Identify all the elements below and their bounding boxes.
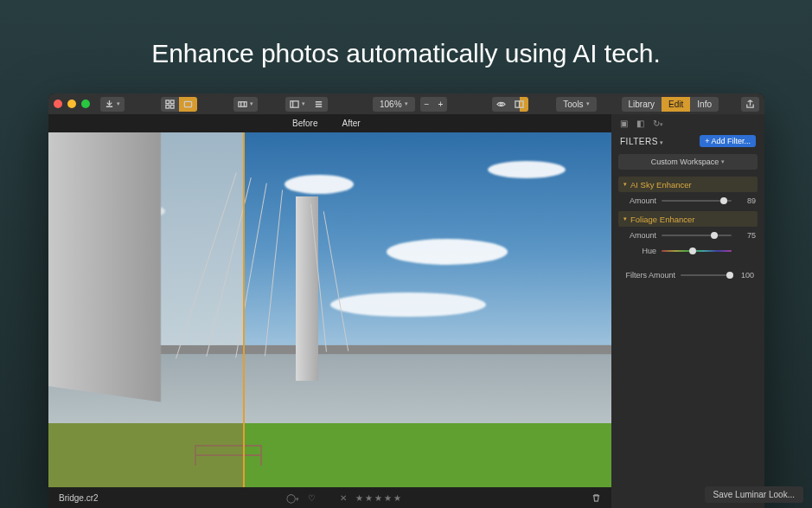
slider-label: Hue	[620, 247, 656, 255]
workspace-selector[interactable]: Custom Workspace ▾	[618, 154, 758, 170]
filter-header[interactable]: ▾ Foliage Enhancer	[618, 211, 758, 227]
slider-amount: Amount 89	[618, 192, 758, 208]
layers-tab-icon[interactable]: ◧	[636, 119, 644, 128]
chevron-down-icon: ▾	[302, 100, 305, 107]
image-canvas[interactable]	[48, 132, 611, 487]
panel-tab-icons: ▣ ◧ ↻▾	[611, 114, 764, 132]
save-look-button[interactable]: Save Luminar Look...	[705, 486, 804, 503]
svg-point-7	[500, 103, 502, 106]
history-tab-icon[interactable]: ↻▾	[653, 119, 663, 128]
color-tag-button[interactable]: ◯▾	[286, 493, 299, 503]
bench-graphic	[195, 445, 262, 466]
rating-stars[interactable]: ★★★★★	[355, 493, 403, 503]
chevron-down-icon: ▾	[405, 100, 408, 107]
tools-label: Tools	[563, 100, 583, 109]
zoom-value: 106%	[380, 100, 402, 109]
zoom-out-button[interactable]: −	[420, 97, 434, 112]
compare-button[interactable]	[510, 97, 528, 112]
filmstrip-button[interactable]: ▾	[233, 97, 258, 112]
svg-rect-1	[170, 100, 174, 103]
chevron-down-icon: ▾	[586, 100, 590, 107]
window-controls	[54, 100, 90, 108]
filter-name: Foliage Enhancer	[630, 215, 694, 224]
slider-track[interactable]	[681, 270, 730, 280]
svg-rect-0	[166, 100, 169, 103]
chevron-down-icon: ▾	[721, 158, 725, 165]
filter-ai-sky-enhancer: ▾ AI Sky Enhancer Amount 89	[618, 177, 758, 208]
filter-foliage-enhancer: ▾ Foliage Enhancer Amount 75 Hue	[618, 211, 758, 258]
slider-label: Amount	[620, 196, 656, 205]
mode-tabs: Library Edit Info	[622, 97, 719, 112]
slider-value: 100	[735, 271, 754, 280]
preview-segment	[492, 97, 528, 112]
workspace-label: Custom Workspace	[651, 158, 719, 166]
toolbar: ▾ ▾ ▾ 106%	[48, 93, 764, 114]
slider-label: Amount	[620, 231, 656, 240]
favorite-button[interactable]: ♡	[308, 493, 316, 503]
filter-header[interactable]: ▾ AI Sky Enhancer	[618, 177, 758, 192]
canvas-tab-icon[interactable]: ▣	[620, 119, 628, 128]
chevron-down-icon: ▾	[658, 139, 664, 145]
slider-track[interactable]	[662, 246, 732, 256]
svg-rect-3	[170, 105, 174, 108]
svg-rect-5	[239, 101, 246, 106]
panel-layout-segment: ▾	[285, 97, 328, 112]
status-bar: Bridge.cr2 ◯▾ ♡ ✕ ★★★★★	[48, 487, 611, 508]
view-mode-segment	[161, 97, 197, 112]
import-button[interactable]: ▾	[100, 97, 125, 112]
slider-amount: Amount 75	[618, 227, 758, 242]
tools-button[interactable]: Tools ▾	[556, 97, 596, 112]
quick-preview-button[interactable]	[492, 97, 510, 112]
zoom-level-button[interactable]: 106% ▾	[373, 97, 415, 112]
sidebar-toggle-button[interactable]: ▾	[285, 97, 310, 112]
close-icon[interactable]	[54, 100, 62, 108]
slider-track[interactable]	[662, 230, 732, 241]
svg-rect-6	[291, 100, 298, 106]
zoom-stepper: − +	[420, 97, 448, 112]
filters-title: FILTERS ▾	[620, 137, 664, 146]
tab-edit[interactable]: Edit	[662, 97, 690, 112]
list-toggle-button[interactable]	[310, 97, 328, 112]
slider-value: 75	[737, 231, 756, 240]
filters-panel: ▣ ◧ ↻▾ FILTERS ▾ + Add Filter... Custom …	[611, 114, 764, 508]
filter-name: AI Sky Enhancer	[630, 180, 692, 190]
collapse-icon: ▾	[623, 215, 627, 222]
slider-hue: Hue	[618, 242, 758, 258]
app-window: ▾ ▾ ▾ 106%	[48, 93, 764, 508]
slider-track[interactable]	[662, 196, 732, 206]
slider-filters-amount: Filters Amount 100	[620, 267, 756, 282]
trash-button[interactable]	[591, 493, 601, 503]
compare-slider[interactable]	[243, 132, 245, 487]
grid-view-button[interactable]	[161, 97, 179, 112]
zoom-window-icon[interactable]	[81, 100, 90, 108]
filename-label: Bridge.cr2	[59, 493, 99, 503]
before-label: Before	[48, 114, 330, 132]
chevron-down-icon: ▾	[117, 100, 120, 107]
minimize-icon[interactable]	[67, 100, 76, 108]
svg-rect-2	[166, 105, 169, 108]
compare-header: Before After	[48, 114, 611, 132]
tab-info[interactable]: Info	[690, 97, 719, 112]
reject-button[interactable]: ✕	[340, 493, 347, 503]
share-button[interactable]	[741, 97, 759, 112]
slider-label: Filters Amount	[622, 271, 675, 280]
after-label: After	[330, 114, 612, 132]
chevron-down-icon: ▾	[250, 100, 253, 107]
collapse-icon: ▾	[623, 181, 627, 188]
tab-library[interactable]: Library	[622, 97, 662, 112]
svg-rect-4	[184, 101, 191, 106]
add-filter-button[interactable]: + Add Filter...	[700, 135, 756, 147]
hero-title: Enhance photos automatically using AI te…	[0, 39, 812, 68]
single-view-button[interactable]	[179, 97, 197, 112]
zoom-in-button[interactable]: +	[433, 97, 447, 112]
slider-value: 89	[737, 196, 756, 205]
